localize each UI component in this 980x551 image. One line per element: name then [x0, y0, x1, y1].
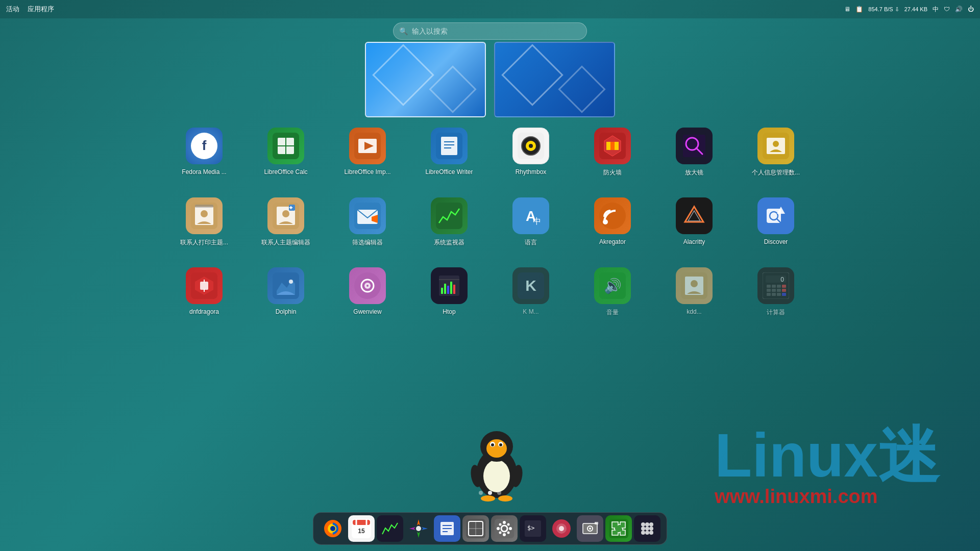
svg-point-133 [497, 527, 500, 530]
app-item-kmail-filter[interactable]: 筛选编辑器 [327, 192, 408, 252]
svg-rect-21 [615, 142, 619, 150]
app-item-ksysguard[interactable]: 系统监视器 [408, 192, 490, 252]
apps-menu-button[interactable]: 应用程序 [28, 5, 54, 14]
vmware-icon [466, 519, 485, 538]
app-icon-kmix: 🔊 [594, 267, 631, 304]
app-label-alacritty: Alacritty [683, 238, 705, 245]
app-icon-k: K [512, 267, 549, 304]
app-label-akregator: Akregator [599, 238, 626, 245]
pagination-dot-1[interactable] [479, 491, 483, 495]
svg-point-119 [416, 526, 421, 531]
dock-item-firefox[interactable] [320, 515, 346, 542]
dock-item-calendar[interactable]: 15 [348, 515, 375, 542]
svg-point-131 [503, 521, 506, 524]
net-upload: 27.44 KB [904, 6, 927, 12]
app-label-firewall: 防火墙 [603, 168, 622, 177]
activities-button[interactable]: 活动 [6, 5, 19, 14]
dock-item-screenshot[interactable] [577, 515, 603, 542]
sound-icon[interactable]: 🔊 [955, 6, 963, 13]
dock-item-show-apps[interactable] [634, 515, 660, 542]
svg-rect-86 [777, 285, 781, 288]
app-item-htop[interactable]: Htop [408, 262, 490, 322]
svg-rect-32 [195, 205, 213, 208]
app-icon-contacts-editor [267, 197, 304, 234]
app-icon-kaddressbook [676, 267, 713, 304]
app-item-kmix[interactable]: 🔊 音量 [572, 262, 653, 322]
power-icon[interactable]: ⏻ [968, 6, 974, 13]
app-label-libreoffice-calc: LibreOffice Calc [264, 168, 307, 176]
svg-point-134 [509, 527, 512, 530]
app-item-akregator[interactable]: Akregator [572, 192, 653, 252]
svg-rect-113 [353, 520, 370, 525]
app-label-libreoffice-writer: LibreOffice Writer [426, 168, 473, 176]
app-label-k: K M... [523, 308, 538, 315]
app-item-kcalc[interactable]: 0 计算器 [735, 262, 817, 322]
app-item-contacts-print[interactable]: 联系人打印主题... [163, 192, 245, 252]
dock-item-puzzle[interactable] [605, 515, 632, 542]
app-icon-pim [757, 128, 794, 164]
app-label-fedora-media: Fedora Media ... [182, 168, 226, 176]
app-icon-dnfdragora [186, 267, 223, 304]
app-item-rhythmbox[interactable]: Rhythmbox [490, 122, 572, 182]
firefox-icon [323, 519, 342, 538]
app-item-kaddressbook[interactable]: kdd... [653, 262, 735, 322]
app-item-magnifier[interactable]: 放大镜 [653, 122, 735, 182]
app-item-gwenview[interactable]: Gwenview [327, 262, 408, 322]
app-label-htop: Htop [443, 308, 455, 315]
app-item-dnfdragora[interactable]: dnfdragora [163, 262, 245, 322]
dock-item-kde[interactable] [405, 515, 432, 542]
app-icon-akregator [594, 197, 631, 234]
taskbar: 15 [313, 512, 667, 545]
pagination-dot-3[interactable] [497, 491, 501, 495]
dock-item-notes[interactable] [434, 515, 460, 542]
app-item-contacts-editor[interactable]: 联系人主题编辑器 [245, 192, 327, 252]
dock-item-monitor[interactable] [377, 515, 403, 542]
workspace-1[interactable] [365, 42, 486, 117]
dock-item-settings[interactable] [491, 515, 518, 542]
app-item-fedora-media[interactable]: f Fedora Media ... [163, 122, 245, 182]
app-item-libreoffice-impress[interactable]: LibreOffice Imp... [327, 122, 408, 182]
svg-rect-68 [441, 288, 443, 294]
svg-point-154 [649, 522, 653, 527]
app-item-libreoffice-calc[interactable]: LibreOffice Calc [245, 122, 327, 182]
svg-point-158 [641, 531, 645, 535]
app-item-firewall[interactable]: 防火墙 [572, 122, 653, 182]
app-item-alacritty[interactable]: Alacritty [653, 192, 735, 252]
svg-point-65 [366, 285, 369, 287]
app-item-dolphin[interactable]: Dolphin [245, 262, 327, 322]
svg-rect-72 [453, 285, 455, 294]
app-item-k[interactable]: K K M... [490, 262, 572, 322]
svg-point-157 [649, 527, 653, 531]
svg-point-148 [589, 528, 591, 530]
svg-rect-57 [200, 282, 208, 290]
svg-point-144 [559, 526, 564, 531]
dock-item-terminal[interactable]: $> [520, 515, 546, 542]
topbar-left: 活动 应用程序 [6, 5, 54, 14]
language-indicator[interactable]: 中 [933, 5, 939, 14]
app-label-dolphin: Dolphin [276, 308, 297, 315]
app-icon-rhythmbox [512, 128, 549, 164]
app-icon-libreoffice-impress [349, 128, 386, 164]
svg-point-156 [645, 527, 649, 531]
pagination-dot-2[interactable] [488, 491, 492, 495]
svg-point-35 [282, 210, 289, 217]
app-label-kcalc: 计算器 [767, 308, 785, 317]
svg-rect-84 [767, 285, 771, 288]
workspace-2[interactable] [494, 42, 615, 117]
network-icon[interactable]: 🛡 [944, 6, 950, 13]
app-item-language[interactable]: A 中 语言 [490, 192, 572, 252]
svg-text:f: f [202, 138, 207, 153]
app-item-pim[interactable]: 个人信息管理数... [735, 122, 817, 182]
dock-item-flathub[interactable] [548, 515, 575, 542]
svg-point-99 [486, 439, 507, 458]
flathub-icon [552, 519, 571, 538]
svg-point-132 [503, 533, 506, 536]
svg-point-47 [603, 219, 608, 224]
app-item-discover[interactable]: Discover [735, 192, 817, 252]
app-label-ksysguard: 系统监视器 [434, 238, 464, 247]
dock-item-vmware[interactable] [462, 515, 489, 542]
terminal-icon: $> [523, 519, 543, 538]
app-icon-ksysguard [431, 197, 468, 234]
search-input[interactable] [393, 22, 587, 40]
app-item-libreoffice-writer[interactable]: LibreOffice Writer [408, 122, 490, 182]
